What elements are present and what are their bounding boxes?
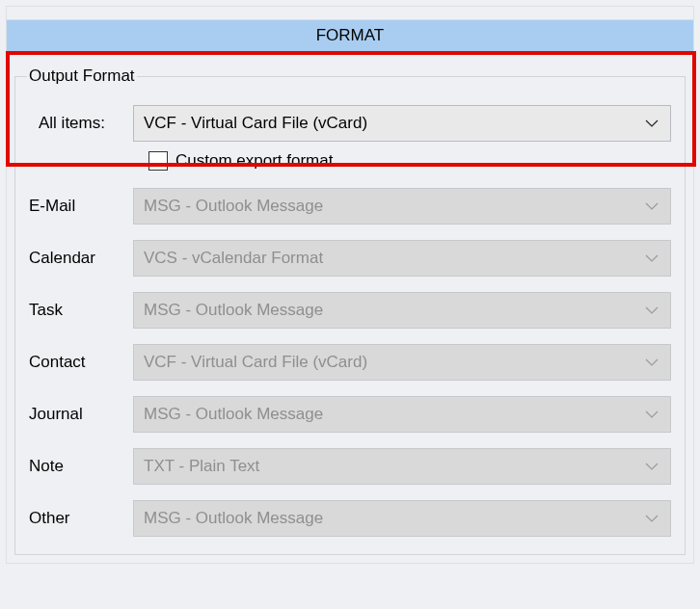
other-dropdown: MSG - Outlook Message <box>133 500 671 537</box>
journal-dropdown-value: MSG - Outlook Message <box>144 405 323 424</box>
journal-dropdown: MSG - Outlook Message <box>133 396 671 433</box>
task-label: Task <box>29 301 133 320</box>
contact-label: Contact <box>29 353 133 372</box>
note-dropdown: TXT - Plain Text <box>133 448 671 485</box>
chevron-down-icon <box>645 202 659 210</box>
all-items-row: All items: VCF - Virtual Card File (vCar… <box>29 105 671 142</box>
calendar-row: Calendar VCS - vCalendar Format <box>29 240 671 277</box>
contact-dropdown-value: VCF - Virtual Card File (vCard) <box>144 353 367 372</box>
calendar-dropdown-value: VCS - vCalendar Format <box>144 249 323 268</box>
calendar-dropdown: VCS - vCalendar Format <box>133 240 671 277</box>
other-dropdown-value: MSG - Outlook Message <box>144 509 323 528</box>
all-items-dropdown[interactable]: VCF - Virtual Card File (vCard) <box>133 105 671 142</box>
custom-export-row: Custom export format <box>148 151 671 171</box>
journal-label: Journal <box>29 405 133 424</box>
chevron-down-icon <box>645 254 659 262</box>
email-dropdown: MSG - Outlook Message <box>133 188 671 225</box>
contact-row: Contact VCF - Virtual Card File (vCard) <box>29 344 671 381</box>
calendar-label: Calendar <box>29 249 133 268</box>
task-row: Task MSG - Outlook Message <box>29 292 671 329</box>
chevron-down-icon <box>645 306 659 314</box>
email-label: E-Mail <box>29 197 133 216</box>
format-header: FORMAT <box>6 19 694 52</box>
custom-export-checkbox[interactable] <box>148 151 168 171</box>
journal-row: Journal MSG - Outlook Message <box>29 396 671 433</box>
contact-dropdown: VCF - Virtual Card File (vCard) <box>133 344 671 381</box>
format-panel: Output Format All items: VCF - Virtual C… <box>6 52 694 564</box>
note-dropdown-value: TXT - Plain Text <box>144 457 259 476</box>
chevron-down-icon <box>645 358 659 366</box>
other-label: Other <box>29 509 133 528</box>
format-header-title: FORMAT <box>316 26 385 44</box>
chevron-down-icon <box>645 119 659 127</box>
chevron-down-icon <box>645 515 659 522</box>
all-items-dropdown-value: VCF - Virtual Card File (vCard) <box>144 114 367 133</box>
note-row: Note TXT - Plain Text <box>29 448 671 485</box>
output-format-legend: Output Format <box>27 66 137 86</box>
chevron-down-icon <box>645 463 659 470</box>
output-format-groupbox: Output Format All items: VCF - Virtual C… <box>14 66 686 555</box>
task-dropdown-value: MSG - Outlook Message <box>144 301 323 320</box>
chevron-down-icon <box>645 410 659 418</box>
other-row: Other MSG - Outlook Message <box>29 500 671 537</box>
custom-export-label: Custom export format <box>175 151 333 171</box>
task-dropdown: MSG - Outlook Message <box>133 292 671 329</box>
all-items-label: All items: <box>29 114 133 133</box>
top-bar <box>6 6 694 19</box>
note-label: Note <box>29 457 133 476</box>
email-dropdown-value: MSG - Outlook Message <box>144 197 323 216</box>
email-row: E-Mail MSG - Outlook Message <box>29 188 671 225</box>
